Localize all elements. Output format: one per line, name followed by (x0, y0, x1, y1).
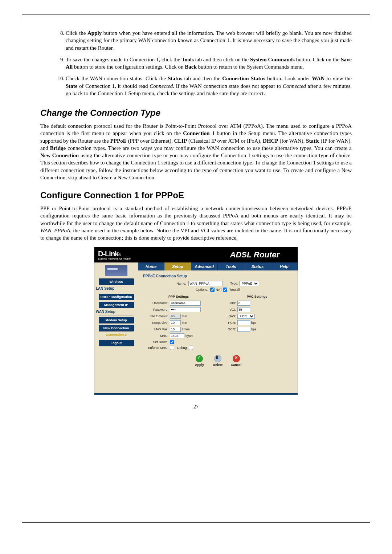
router-tabs: Home Setup Advanced Tools Status Help (138, 262, 298, 270)
sidebar-divider (99, 315, 134, 315)
router-sidebar: Wireless LAN Setup DHCP Configuration Ma… (94, 262, 138, 393)
instruction-item: To save the changes made to Connection 1… (66, 56, 352, 71)
scr-input[interactable] (237, 327, 250, 332)
trash-icon (214, 355, 221, 362)
mru-input[interactable] (170, 333, 184, 338)
firewall-checkbox[interactable] (223, 288, 227, 292)
instruction-list: Click the Apply button when you have ent… (40, 29, 352, 97)
instruction-item: Click the Apply button when you have ent… (66, 29, 352, 52)
name-input[interactable] (188, 281, 223, 286)
mru-label: MRU: (143, 334, 168, 338)
enforce-mru-label: Enforce MRU: (143, 346, 168, 350)
action-row: Apply Delete Cancel (143, 355, 293, 367)
username-input[interactable] (170, 301, 201, 306)
tab-help[interactable]: Help (271, 262, 298, 270)
idle-timeout-label: Idle Timeout: (143, 314, 168, 318)
sidebar-connection-1[interactable]: Connection 1 (94, 333, 138, 337)
tab-tools[interactable]: Tools (218, 262, 244, 270)
mru-unit: bytes (185, 334, 193, 338)
delete-button[interactable]: Delete (211, 355, 224, 367)
vci-input[interactable] (237, 307, 250, 312)
sidebar-lan-setup[interactable]: LAN Setup (94, 286, 138, 290)
max-fail-input[interactable] (170, 327, 181, 332)
maxfail-unit: times (182, 327, 190, 331)
sidebar-dhcp[interactable]: DHCP Configuration (99, 294, 134, 300)
pcr-unit: bps (251, 321, 257, 325)
router-footer-bar (94, 393, 298, 395)
cross-icon (233, 355, 240, 362)
vpi-input[interactable] (237, 301, 250, 306)
keep-unit: min (182, 321, 187, 325)
cancel-button[interactable]: Cancel (230, 355, 243, 367)
sidebar-wireless[interactable]: Wireless (99, 278, 134, 285)
sidebar-divider (99, 338, 134, 338)
sidebar-wan-setup[interactable]: WAN Setup (94, 310, 138, 314)
apply-button[interactable]: Apply (193, 355, 206, 367)
sidebar-modem-setup[interactable]: Modem Setup (99, 317, 134, 323)
qos-select[interactable]: UBR (237, 314, 255, 319)
sidebar-new-connection[interactable]: New Connection (99, 325, 134, 331)
form-section-title: PPPoE Connection Setup (143, 274, 298, 278)
idle-timeout-input (170, 314, 181, 319)
username-label: Username: (143, 301, 168, 305)
tab-status[interactable]: Status (244, 262, 271, 270)
password-input[interactable] (170, 307, 201, 312)
paragraph-change-connection: The default connection protocol used for… (40, 122, 352, 181)
name-label: Name: (176, 282, 186, 285)
vpi-label: VPI: (221, 301, 236, 305)
pcr-input[interactable] (237, 320, 250, 325)
ppp-settings-heading: PPP Settings (143, 295, 214, 298)
type-label: Type: (230, 282, 238, 285)
keep-alive-label: Keep Alive: (143, 321, 168, 325)
debug-checkbox[interactable] (189, 346, 193, 350)
router-device-icon (105, 265, 127, 276)
sidebar-divider (99, 292, 134, 292)
options-label: Options: (196, 288, 208, 292)
vci-label: VCI: (221, 308, 236, 311)
idle-unit: min (182, 314, 187, 318)
router-title: ADSL Router (230, 250, 280, 260)
keep-alive-input[interactable] (170, 320, 181, 325)
heading-change-connection: Change the Connection Type (40, 108, 352, 118)
nat-checkbox[interactable] (210, 288, 215, 292)
pvc-settings-heading: PVC Settings (221, 295, 293, 298)
brand-text: D-Link (98, 250, 118, 258)
enforce-mru-checkbox[interactable] (170, 346, 174, 350)
paragraph-configure-pppoe: PPP or Point-to-Point protocol is a stan… (40, 205, 352, 241)
scr-unit: bps (251, 327, 257, 331)
router-header: D-Link® Building Networks for People ADS… (94, 247, 298, 262)
brand-tagline: Building Networks for People (98, 257, 131, 260)
page-number: 27 (40, 404, 352, 410)
qos-label: QoS: (221, 314, 236, 318)
router-screenshot: D-Link® Building Networks for People ADS… (94, 247, 298, 395)
tab-advanced[interactable]: Advanced (191, 262, 218, 270)
scr-label: SCR: (221, 327, 236, 331)
page-frame: Click the Apply button when you have ent… (22, 15, 370, 523)
instruction-item: Check the WAN connection status. Click t… (66, 75, 352, 97)
set-route-checkbox[interactable] (170, 340, 174, 344)
pcr-label: PCR: (221, 321, 236, 325)
dlink-logo: D-Link® Building Networks for People (98, 250, 131, 260)
password-label: Password: (143, 308, 168, 311)
tab-home[interactable]: Home (138, 262, 164, 270)
router-main: Home Setup Advanced Tools Status Help PP… (138, 262, 298, 393)
check-icon (196, 355, 203, 362)
firewall-label: Firewall (228, 288, 240, 292)
max-fail-label: MAX Fail: (143, 327, 168, 331)
heading-configure-pppoe: Configure Connection 1 for PPPoE (40, 190, 352, 200)
nat-label: NAT (216, 288, 222, 292)
type-select[interactable]: PPPoE (239, 281, 259, 286)
tab-setup[interactable]: Setup (164, 262, 191, 270)
set-route-label: Set Route: (143, 340, 168, 344)
sidebar-logout[interactable]: Logout (99, 340, 134, 346)
sidebar-mgmt-ip[interactable]: Management IP (99, 302, 134, 308)
debug-label: Debug: (177, 346, 188, 350)
